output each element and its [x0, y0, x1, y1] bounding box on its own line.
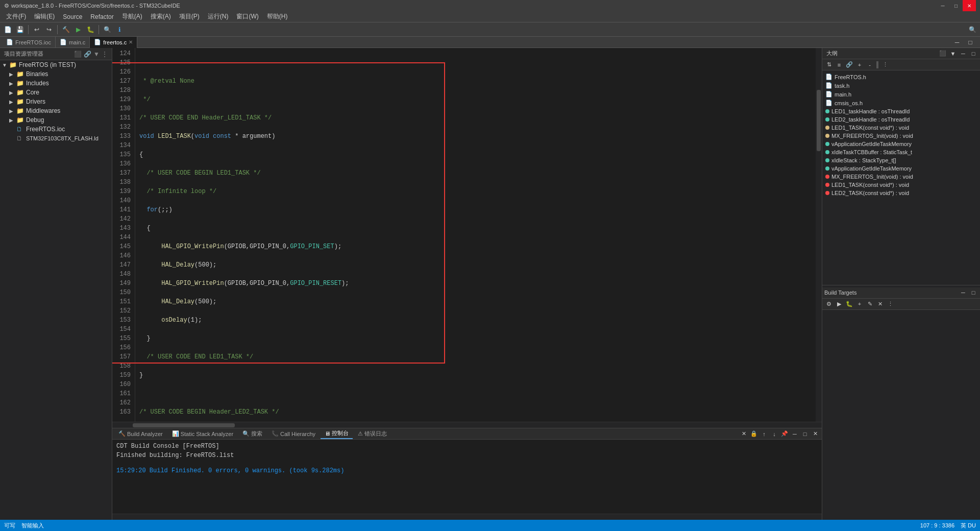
bt-icon6[interactable]: ✕ [875, 299, 885, 308]
menu-edit[interactable]: 编辑(E) [30, 11, 59, 22]
group-icon[interactable]: ≡ [835, 60, 844, 69]
tab-build-analyzer[interactable]: 🔨 Build Analyzer [114, 429, 167, 438]
sort-icon[interactable]: ⇅ [824, 60, 834, 69]
outline-filter-icon[interactable]: ▼ [948, 49, 958, 58]
editor-area: 124125126127128 129130131132133 13413513… [112, 48, 822, 520]
collapse-outline-icon[interactable]: - [865, 60, 874, 69]
menu-file[interactable]: 文件(F) [2, 11, 30, 22]
bt-icon5[interactable]: ✎ [865, 299, 874, 308]
menu-window[interactable]: 窗口(W) [232, 11, 262, 22]
outline-maximize-icon[interactable]: □ [969, 49, 978, 58]
expand-all-icon[interactable]: + [855, 60, 864, 69]
outline-xidle-stack[interactable]: xIdleStack : StackType_t[] [822, 156, 980, 164]
bt-icon7[interactable]: ⋮ [886, 299, 895, 308]
menu-project[interactable]: 项目(P) [175, 11, 204, 22]
debug-button[interactable]: 🐛 [85, 24, 96, 35]
undo-button[interactable]: ↩ [31, 24, 42, 35]
close-button[interactable]: ✕ [963, 0, 976, 11]
horizontal-scrollbar[interactable] [112, 422, 822, 428]
clear-console-icon[interactable]: ✕ [739, 429, 748, 439]
outline-freertos-h[interactable]: 📄 FreeRTOS.h [822, 73, 980, 81]
run-button[interactable]: ▶ [72, 24, 84, 35]
new-button[interactable]: 📄 [2, 24, 13, 35]
minimize-editor-button[interactable]: ─ [951, 37, 963, 48]
redo-button[interactable]: ↪ [43, 24, 55, 35]
tree-item-includes[interactable]: ▶ 📁 Includes [0, 79, 112, 88]
tree-item-binaries[interactable]: ▶ 📁 Binaries [0, 69, 112, 79]
bt-icon4[interactable]: + [855, 299, 864, 308]
bt-icon1[interactable]: ⚙ [824, 299, 834, 308]
menu-refactor[interactable]: Refactor [86, 12, 117, 21]
tab-freertos-ioc[interactable]: 📄 FreeRTOS.ioc [2, 37, 56, 48]
filter-icon[interactable]: ▼ [93, 51, 100, 58]
console-scrollbar[interactable] [112, 514, 822, 520]
search-icon[interactable]: 🔍 [967, 24, 978, 35]
tree-item-flash-ld[interactable]: 🗋 STM32F103C8TX_FLASH.ld [0, 134, 112, 143]
tab-close-icon[interactable]: ✕ [129, 39, 133, 45]
tab-console[interactable]: 🖥 控制台 [321, 428, 353, 439]
tree-item-drivers[interactable]: ▶ 📁 Drivers [0, 97, 112, 106]
minimize-bottom-icon[interactable]: ─ [790, 429, 799, 439]
outline-vapplication-2[interactable]: vApplicationGetIdleTaskMemory [822, 164, 980, 173]
close-bottom-icon[interactable]: ✕ [811, 429, 820, 439]
minimize-button[interactable]: ─ [936, 0, 949, 11]
code-editor[interactable]: * @retval None */ /* USER CODE END Heade… [135, 48, 816, 422]
menu-source[interactable]: Source [59, 12, 86, 21]
outline-cmsis-h[interactable]: 📄 cmsis_os.h [822, 99, 980, 107]
tab-call-hierarchy[interactable]: 📞 Call Hierarchy [267, 429, 320, 438]
tree-item-freertos[interactable]: ▼ 📁 FreeRTOS (in TEST) [0, 60, 112, 69]
outline-collapse-icon[interactable]: ⬛ [938, 49, 947, 58]
outline-led1-handle[interactable]: LED1_taskHandle : osThreadId [822, 107, 980, 115]
collapse-all-icon[interactable]: ⬛ [74, 51, 82, 58]
tree-item-freertos-ioc[interactable]: 🗋 FreeRTOS.ioc [0, 125, 112, 134]
menu-navigate[interactable]: 导航(A) [118, 11, 146, 22]
outline-led1-task[interactable]: LED1_TASK(const void*) : void [822, 124, 980, 132]
build-target-maximize-icon[interactable]: □ [969, 288, 978, 297]
build-button[interactable]: 🔨 [60, 24, 71, 35]
pin-icon[interactable]: 📌 [780, 429, 789, 439]
code-line-140: } [139, 371, 812, 380]
tree-item-core[interactable]: ▶ 📁 Core [0, 88, 112, 97]
more-outline-icon[interactable]: ⋮ [880, 60, 890, 69]
menu-search[interactable]: 搜索(A) [146, 11, 175, 22]
maximize-bottom-icon[interactable]: □ [800, 429, 810, 439]
outline-led2-handle[interactable]: LED2_taskHandle : osThreadId [822, 115, 980, 124]
outline-vapplication[interactable]: vApplicationGetIdleTaskMemory [822, 140, 980, 148]
outline-minimize-icon[interactable]: ─ [959, 49, 968, 58]
scroll-up-icon[interactable]: ↑ [760, 429, 769, 439]
link-editor-icon[interactable]: 🔗 [845, 60, 854, 69]
tree-item-debug[interactable]: ▶ 📁 Debug [0, 115, 112, 125]
outline-mx-init[interactable]: MX_FREERTOS_Init(void) : void [822, 132, 980, 140]
tab-static-stack[interactable]: 📊 Static Stack Analyzer [168, 429, 237, 438]
outline-task-h[interactable]: 📄 task.h [822, 81, 980, 90]
save-button[interactable]: 💾 [14, 24, 26, 35]
link-with-editor-icon[interactable]: 🔗 [84, 51, 91, 58]
scroll-lock-icon[interactable]: 🔒 [749, 429, 758, 439]
scroll-down-icon[interactable]: ↓ [770, 429, 779, 439]
menu-help[interactable]: 帮助(H) [263, 11, 292, 22]
bt-icon3[interactable]: 🐛 [845, 299, 854, 308]
search-toolbar-button[interactable]: 🔍 [102, 24, 113, 35]
tab-freertos-c[interactable]: 📄 freertos.c ✕ [90, 37, 137, 48]
vertical-scrollbar[interactable] [816, 48, 822, 422]
outline-mx-freertos-impl[interactable]: MX_FREERTOS_Init(void) : void [822, 173, 980, 181]
outline-led1-task-impl[interactable]: LED1_TASK(const void*) : void [822, 181, 980, 189]
folder-icon: 📁 [16, 98, 24, 105]
tree-item-middlewares[interactable]: ▶ 📁 Middlewares [0, 106, 112, 115]
tab-icon: 📄 [94, 39, 101, 45]
tab-search[interactable]: 🔍 搜索 [238, 429, 266, 439]
toolbar: 📄 💾 ↩ ↪ 🔨 ▶ 🐛 🔍 ℹ 🔍 [0, 22, 980, 37]
bt-icon2[interactable]: ▶ [835, 299, 844, 308]
tab-error-log[interactable]: ⚠ 错误日志 [354, 429, 391, 439]
outline-led2-task-impl[interactable]: LED2_TASK(const void*) : void [822, 189, 980, 197]
more-options-icon[interactable]: ⋮ [102, 51, 108, 58]
build-target-minimize-icon[interactable]: ─ [959, 288, 968, 297]
outline-main-h[interactable]: 📄 main.h [822, 90, 980, 99]
tab-main-c[interactable]: 📄 main.c [56, 37, 90, 48]
maximize-button[interactable]: □ [949, 0, 963, 11]
code-line-137: osDelay(1); [139, 316, 812, 325]
info-button[interactable]: ℹ [114, 24, 125, 35]
maximize-editor-button[interactable]: □ [965, 37, 976, 48]
outline-xidle-tcb[interactable]: xIdleTaskTCBBuffer : StaticTask_t [822, 148, 980, 156]
menu-run[interactable]: 运行(N) [204, 11, 233, 22]
